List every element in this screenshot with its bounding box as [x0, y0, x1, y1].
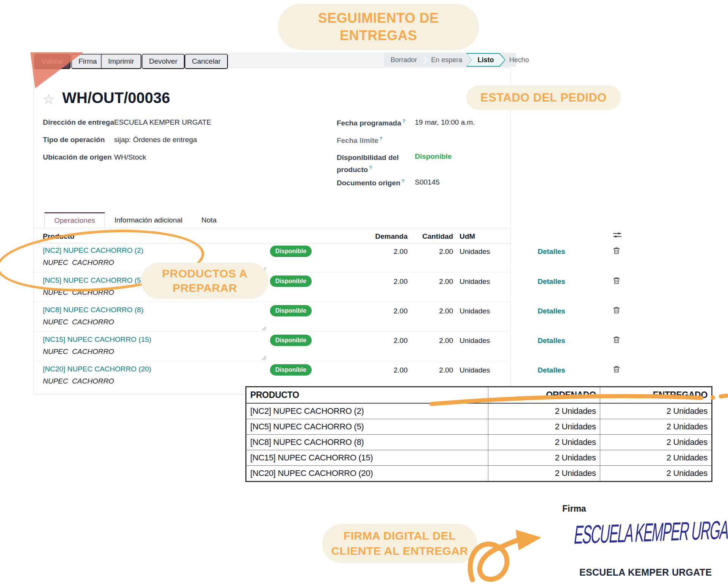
summary-row: [NC5] NUPEC CACHORRO (5) 2 Unidades 2 Un… [246, 419, 712, 435]
col-header-cantidad[interactable]: Cantidad [408, 232, 453, 241]
field-value-tipo-operacion[interactable]: sijap: Órdenes de entrega [114, 136, 197, 144]
summary-col-ordenado: ORDENADO [488, 387, 600, 403]
help-icon[interactable]: ? [369, 165, 372, 171]
demand-value[interactable]: 2.00 [362, 277, 408, 286]
summary-row: [NC8] NUPEC CACHORRO (8) 2 Unidades 2 Un… [246, 435, 712, 450]
field-label-tipo-operacion: Tipo de operación [43, 136, 105, 144]
details-link[interactable]: Detalles [538, 277, 565, 286]
product-description[interactable]: NUPEC CACHORRO [43, 318, 114, 326]
status-step-en-espera[interactable]: En espera [427, 56, 466, 64]
signer-name: ESCUELA KEMPER URGATE [579, 567, 712, 578]
uom-value: Unidades [460, 307, 490, 315]
details-link[interactable]: Detalles [538, 366, 565, 374]
trash-icon[interactable] [613, 306, 620, 314]
details-link[interactable]: Detalles [538, 307, 565, 315]
swoosh-dash [721, 396, 726, 396]
product-description[interactable]: NUPEC CACHORRO [43, 377, 114, 385]
status-badge: Disponible [270, 246, 312, 257]
quantity-value[interactable]: 2.00 [408, 366, 453, 374]
tab-operaciones[interactable]: Operaciones [44, 212, 105, 228]
banner-seguimiento: SEGUIMIENTO DE ENTREGAS [278, 4, 479, 50]
arrowhead-icon [516, 530, 541, 550]
help-icon[interactable]: ? [402, 178, 405, 184]
tab-nota[interactable]: Nota [192, 212, 226, 228]
favorite-star-icon[interactable]: ☆ [42, 92, 55, 106]
chevron-right-icon [420, 56, 427, 63]
help-icon[interactable]: ? [402, 118, 405, 124]
field-label-fecha-limite: Fecha límite? [337, 136, 383, 145]
print-button[interactable]: Imprimir [101, 54, 141, 69]
products-note: PRODUCTOS A PREPARAR [141, 263, 268, 299]
details-link[interactable]: Detalles [538, 337, 565, 345]
field-label-ubicacion: Ubicación de origen [43, 153, 112, 161]
summary-col-entregado: ENTREGADO [600, 387, 712, 403]
tab-informacion-adicional[interactable]: Información adicional [105, 212, 192, 228]
summary-row: [NC20] NUPEC CACHORRO (20) 2 Unidades 2 … [246, 466, 712, 482]
status-step-listo[interactable]: Listo [466, 53, 505, 67]
uom-value: Unidades [460, 277, 490, 286]
statusbar: Borrador En espera Listo Hecho [384, 53, 516, 67]
demand-value[interactable]: 2.00 [362, 366, 408, 374]
quantity-value[interactable]: 2.00 [408, 247, 453, 256]
signature-note: FIRMA DIGITAL DEL CLIENTE AL ENTREGAR [322, 524, 477, 563]
demand-value[interactable]: 2.00 [362, 247, 408, 256]
field-label-fecha-programada: Fecha programada? [337, 118, 405, 127]
delivery-summary-table: PRODUCTO ORDENADO ENTREGADO [NC2] NUPEC … [246, 387, 712, 482]
trash-icon[interactable] [613, 247, 620, 254]
col-header-demanda[interactable]: Demanda [362, 232, 408, 241]
signature-label: Firma [562, 504, 586, 514]
uom-value: Unidades [460, 366, 490, 374]
product-link[interactable]: [NC15] NUPEC CACHORRO (15) [43, 335, 151, 344]
signature-image: ESCUELA KEMPER URGATE [573, 514, 728, 550]
arrow-annotation [470, 540, 519, 580]
details-link[interactable]: Detalles [538, 247, 565, 256]
quantity-value[interactable]: 2.00 [408, 277, 453, 286]
field-value-ubicacion[interactable]: WH/Stock [114, 153, 146, 161]
quantity-value[interactable]: 2.00 [408, 337, 453, 345]
status-badge: Disponible [270, 364, 312, 376]
status-step-hecho[interactable]: Hecho [505, 56, 533, 64]
quantity-value[interactable]: 2.00 [408, 307, 453, 315]
uom-value: Unidades [460, 247, 490, 256]
summary-row: [NC15] NUPEC CACHORRO (15) 2 Unidades 2 … [246, 450, 712, 466]
field-value-fecha-programada[interactable]: 19 mar, 10:00 a.m. [415, 118, 475, 127]
summary-header-row: PRODUCTO ORDENADO ENTREGADO [246, 387, 712, 403]
trash-icon[interactable] [613, 336, 620, 343]
status-badge: Disponible [270, 335, 312, 346]
summary-row: [NC2] NUPEC CACHORRO (2) 2 Unidades 2 Un… [246, 403, 712, 419]
optional-columns-icon[interactable] [613, 232, 621, 238]
banner-line2: ENTREGAS [340, 27, 417, 44]
demand-value[interactable]: 2.00 [362, 337, 408, 345]
status-badge: Disponible [270, 305, 312, 316]
status-step-borrador[interactable]: Borrador [387, 56, 421, 64]
resize-handle[interactable] [261, 326, 266, 330]
field-value-direccion[interactable]: ESCUELA KEMPER URGATE [114, 118, 211, 127]
page: SEGUIMIENTO DE ENTREGAS Validar Firma Im… [0, 0, 728, 584]
product-description[interactable]: NUPEC CACHORRO [43, 348, 114, 356]
banner-line1: SEGUIMIENTO DE [318, 9, 439, 27]
summary-col-producto: PRODUCTO [246, 387, 488, 403]
help-icon[interactable]: ? [380, 136, 383, 141]
page-title: WH/OUT/00036 [62, 89, 170, 106]
field-value-disponibilidad[interactable]: Disponible [415, 152, 452, 161]
order-status-note: ESTADO DEL PEDIDO [466, 85, 621, 110]
field-value-documento-origen[interactable]: S00145 [415, 178, 440, 186]
status-badge: Disponible [270, 276, 312, 287]
product-link[interactable]: [NC8] NUPEC CACHORRO (8) [43, 306, 143, 314]
resize-handle[interactable] [261, 355, 266, 360]
product-link[interactable]: [NC20] NUPEC CACHORRO (20) [43, 365, 151, 373]
field-label-documento-origen: Documento origen? [337, 178, 405, 187]
uom-value: Unidades [460, 337, 490, 345]
cancel-button[interactable]: Cancelar [185, 54, 228, 69]
return-button[interactable]: Devolver [142, 54, 185, 69]
demand-value[interactable]: 2.00 [362, 307, 408, 315]
operation-row: [NC8] NUPEC CACHORRO (8) NUPEC CACHORRO … [34, 302, 510, 332]
tab-bar: Operaciones Información adicional Nota [34, 212, 510, 228]
col-header-udm[interactable]: UdM [460, 232, 475, 241]
trash-icon[interactable] [613, 277, 620, 284]
trash-icon[interactable] [613, 365, 620, 373]
operation-row: [NC15] NUPEC CACHORRO (15) NUPEC CACHORR… [34, 331, 510, 361]
field-label-direccion: Dirección de entrega [43, 118, 114, 127]
field-label-disponibilidad: Disponibilidad del producto? [337, 152, 404, 175]
